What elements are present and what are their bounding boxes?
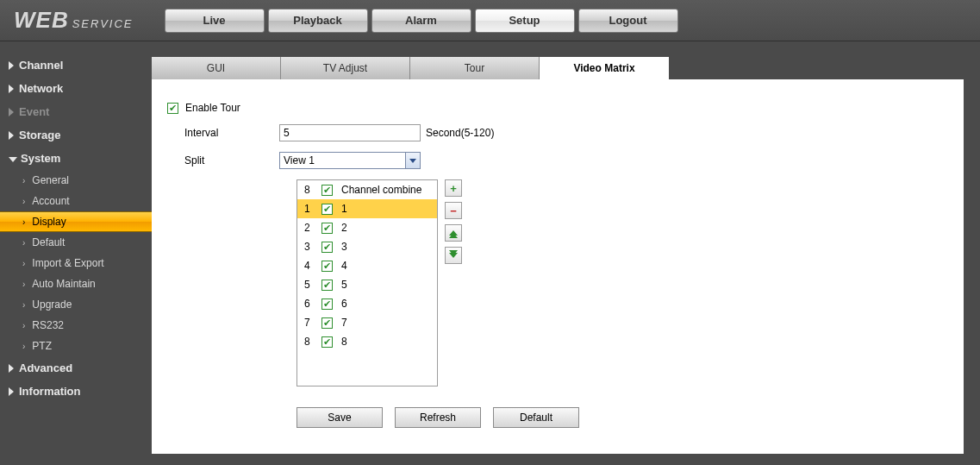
add-button[interactable]: + — [445, 179, 462, 197]
logo-sub: SERVICE — [72, 17, 134, 30]
chevron-down-icon — [409, 159, 416, 163]
tab-logout[interactable]: Logout — [578, 9, 678, 33]
content-panel: ✔ Enable Tour Interval Second(5-120) Spl… — [152, 79, 964, 454]
move-up-button[interactable] — [445, 224, 462, 242]
sidebar-item-display[interactable]: ›Display — [0, 211, 152, 232]
list-label: 4 — [341, 260, 347, 272]
enable-tour-checkbox[interactable]: ✔ — [167, 103, 178, 114]
tab-alarm[interactable]: Alarm — [371, 9, 471, 33]
subtab-tour[interactable]: Tour — [410, 57, 540, 79]
list-num: 4 — [304, 260, 313, 272]
sidebar-advanced[interactable]: Advanced — [0, 356, 152, 380]
arrow-down-icon — [449, 253, 458, 258]
tab-live[interactable]: Live — [165, 9, 265, 33]
list-header[interactable]: 8✔Channel combine — [297, 180, 437, 199]
refresh-button[interactable]: Refresh — [395, 407, 481, 428]
list-checkbox[interactable]: ✔ — [321, 223, 333, 234]
list-item[interactable]: 2✔2 — [297, 218, 437, 237]
sidebar-item-account[interactable]: ›Account — [0, 191, 152, 211]
split-label: Split — [167, 154, 279, 167]
chevron-right-icon: › — [22, 280, 25, 289]
chevron-right-icon — [9, 61, 14, 70]
sidebar-item-label: Default — [32, 236, 65, 248]
logo-main: WEB — [14, 7, 69, 34]
list-num: 1 — [304, 203, 313, 215]
sidebar-item-upgrade[interactable]: ›Upgrade — [0, 294, 152, 315]
tab-playback[interactable]: Playback — [268, 9, 368, 33]
list-num: 8 — [304, 336, 313, 348]
list-label: 8 — [341, 336, 347, 348]
list-num: 3 — [304, 241, 313, 253]
list-item[interactable]: 4✔4 — [297, 256, 437, 275]
list-item[interactable]: 3✔3 — [297, 237, 437, 256]
subtab-gui[interactable]: GUI — [152, 57, 281, 79]
logo: WEB SERVICE — [14, 7, 134, 34]
top-tabs: Live Playback Alarm Setup Logout — [165, 9, 678, 33]
list-label: 6 — [341, 298, 347, 310]
sidebar-network[interactable]: Network — [0, 77, 152, 100]
default-button[interactable]: Default — [493, 407, 579, 428]
move-down-button[interactable] — [445, 247, 462, 264]
chevron-right-icon: › — [22, 238, 25, 248]
sidebar-item-general[interactable]: ›General — [0, 170, 152, 191]
list-checkbox[interactable]: ✔ — [321, 185, 333, 196]
list-checkbox[interactable]: ✔ — [321, 204, 333, 215]
list-checkbox[interactable]: ✔ — [321, 242, 333, 253]
list-item[interactable]: 1✔1 — [297, 199, 437, 218]
list-item[interactable]: 6✔6 — [297, 294, 437, 313]
sidebar-item-auto-maintain[interactable]: ›Auto Maintain — [0, 273, 152, 294]
remove-button[interactable]: − — [445, 202, 462, 219]
sidebar-channel-label: Channel — [19, 59, 63, 72]
tab-setup[interactable]: Setup — [475, 9, 575, 33]
arrow-up-icon — [449, 230, 458, 236]
list-item[interactable]: 5✔5 — [297, 275, 437, 294]
sidebar-storage[interactable]: Storage — [0, 123, 152, 147]
list-checkbox[interactable]: ✔ — [321, 317, 333, 329]
list-num: 7 — [304, 317, 313, 329]
sidebar-event[interactable]: Event — [0, 100, 152, 123]
split-select[interactable]: View 1 — [279, 152, 421, 169]
chevron-right-icon: › — [22, 176, 25, 185]
sidebar-channel[interactable]: Channel — [0, 53, 152, 77]
sidebar-system[interactable]: System — [0, 147, 152, 170]
chevron-right-icon: › — [22, 197, 25, 206]
chevron-right-icon — [9, 131, 14, 140]
sidebar-information[interactable]: Information — [0, 380, 152, 403]
channel-list[interactable]: 8✔Channel combine1✔12✔23✔34✔45✔56✔67✔78✔… — [296, 179, 438, 386]
list-item[interactable]: 7✔7 — [297, 313, 437, 332]
sidebar-item-ptz[interactable]: ›PTZ — [0, 336, 152, 356]
subtab-filler — [669, 57, 964, 79]
sidebar-item-default[interactable]: ›Default — [0, 232, 152, 253]
list-checkbox[interactable]: ✔ — [321, 298, 333, 310]
chevron-right-icon: › — [22, 300, 25, 310]
sidebar-information-label: Information — [19, 385, 81, 398]
form-buttons: Save Refresh Default — [296, 407, 964, 428]
list-label: 7 — [341, 317, 347, 329]
list-label: 3 — [341, 241, 347, 253]
sidebar-item-label: General — [32, 174, 69, 186]
list-label: 2 — [341, 222, 347, 234]
chevron-right-icon — [9, 108, 14, 116]
subtab-tv-adjust[interactable]: TV Adjust — [281, 57, 410, 79]
split-value: View 1 — [284, 154, 315, 167]
subtab-video-matrix[interactable]: Video Matrix — [540, 57, 669, 79]
chevron-right-icon — [9, 85, 14, 93]
sidebar-item-label: Upgrade — [32, 298, 72, 311]
list-item[interactable]: 8✔8 — [297, 332, 437, 351]
sidebar-advanced-label: Advanced — [19, 361, 72, 374]
sidebar-item-import-export[interactable]: ›Import & Export — [0, 253, 152, 273]
chevron-right-icon: › — [22, 259, 25, 268]
sidebar-network-label: Network — [19, 82, 63, 95]
save-button[interactable]: Save — [296, 407, 383, 428]
chevron-right-icon: › — [22, 217, 25, 227]
list-num: 8 — [304, 184, 313, 196]
interval-input[interactable] — [279, 124, 421, 141]
list-checkbox[interactable]: ✔ — [321, 280, 333, 291]
list-checkbox[interactable]: ✔ — [321, 336, 333, 348]
sidebar-item-label: Import & Export — [32, 257, 103, 269]
main: GUI TV Adjust Tour Video Matrix ✔ Enable… — [152, 41, 980, 465]
list-checkbox[interactable]: ✔ — [321, 261, 333, 272]
sidebar-item-label: RS232 — [32, 319, 64, 331]
dropdown-button[interactable] — [405, 153, 420, 168]
sidebar-item-rs232[interactable]: ›RS232 — [0, 315, 152, 336]
